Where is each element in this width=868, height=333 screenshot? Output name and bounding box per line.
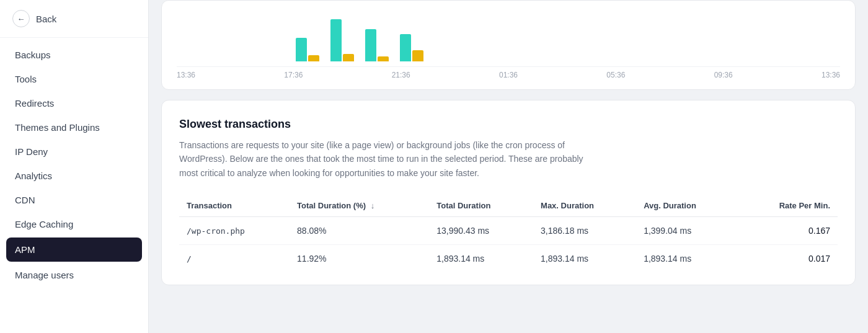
chart-bar-teal-2 bbox=[330, 19, 342, 61]
transactions-card: Slowest transactions Transactions are re… bbox=[161, 100, 856, 285]
chart-time-labels: 13:36 17:36 21:36 01:36 05:36 09:36 13:3… bbox=[177, 66, 840, 79]
back-button[interactable]: ← Back bbox=[0, 0, 148, 38]
cell-rate-1: 0.167 bbox=[738, 217, 838, 245]
col-header-transaction: Transaction bbox=[179, 195, 290, 217]
chart-bar-yellow-3 bbox=[378, 56, 389, 61]
sidebar-item-label: IP Deny bbox=[15, 146, 48, 157]
cell-max-dur-1: 3,186.18 ms bbox=[533, 217, 636, 245]
col-header-rate: Rate Per Min. bbox=[738, 195, 838, 217]
table-row: / 11.92% 1,893.14 ms 1,893.14 ms 1,893.1… bbox=[179, 245, 838, 273]
chart-bar-group-4 bbox=[400, 34, 423, 61]
chart-bar-teal-4 bbox=[400, 34, 411, 61]
sidebar-nav: Backups Tools Redirects Themes and Plugi… bbox=[0, 38, 148, 333]
time-label-2: 17:36 bbox=[284, 71, 303, 79]
table-row: /wp-cron.php 88.08% 13,990.43 ms 3,186.1… bbox=[179, 217, 838, 245]
back-label: Back bbox=[36, 14, 56, 24]
sidebar-item-ip-deny[interactable]: IP Deny bbox=[0, 140, 148, 164]
transactions-table: Transaction Total Duration (%) ↓ Total D… bbox=[179, 195, 838, 272]
cell-avg-dur-2: 1,893.14 ms bbox=[636, 245, 738, 273]
time-label-6: 09:36 bbox=[714, 71, 733, 79]
sidebar: ← Back Backups Tools Redirects Themes an… bbox=[0, 0, 149, 333]
card-description: Transactions are requests to your site (… bbox=[179, 138, 601, 180]
cell-max-dur-2: 1,893.14 ms bbox=[533, 245, 636, 273]
sidebar-item-cdn[interactable]: CDN bbox=[0, 188, 148, 212]
sidebar-item-label: Themes and Plugins bbox=[15, 122, 100, 133]
cell-transaction-2: / bbox=[179, 245, 290, 273]
time-label-7: 13:36 bbox=[822, 71, 840, 79]
time-label-1: 13:36 bbox=[177, 71, 195, 79]
chart-bar-group-3 bbox=[365, 29, 389, 61]
sidebar-item-label: Manage users bbox=[15, 270, 74, 280]
cell-total-pct-2: 11.92% bbox=[290, 245, 429, 273]
chart-bar-teal-3 bbox=[365, 29, 376, 61]
time-label-5: 05:36 bbox=[606, 71, 625, 79]
back-arrow-icon: ← bbox=[12, 10, 30, 27]
cell-transaction-1: /wp-cron.php bbox=[179, 217, 290, 245]
sidebar-item-themes-plugins[interactable]: Themes and Plugins bbox=[0, 115, 148, 140]
time-label-4: 01:36 bbox=[499, 71, 518, 79]
cell-total-dur-1: 13,990.43 ms bbox=[429, 217, 533, 245]
chart-bar-group-2 bbox=[330, 19, 354, 61]
sidebar-item-redirects[interactable]: Redirects bbox=[0, 91, 148, 115]
cell-rate-2: 0.017 bbox=[738, 245, 838, 273]
chart-bar-teal-1 bbox=[296, 38, 307, 61]
card-title: Slowest transactions bbox=[179, 118, 838, 131]
col-header-avg-dur: Avg. Duration bbox=[636, 195, 738, 217]
cell-total-pct-1: 88.08% bbox=[290, 217, 429, 245]
sidebar-item-label: Edge Caching bbox=[15, 219, 73, 229]
sidebar-item-label: Analytics bbox=[15, 171, 52, 181]
sidebar-item-edge-caching[interactable]: Edge Caching bbox=[0, 212, 148, 236]
sidebar-item-label: CDN bbox=[15, 195, 35, 205]
sort-icon: ↓ bbox=[371, 201, 375, 210]
chart-area bbox=[177, 11, 840, 66]
sidebar-item-label: Redirects bbox=[15, 98, 54, 109]
sidebar-item-analytics[interactable]: Analytics bbox=[0, 164, 148, 188]
col-header-total-pct[interactable]: Total Duration (%) ↓ bbox=[290, 195, 429, 217]
col-header-total-dur: Total Duration bbox=[429, 195, 533, 217]
sidebar-item-label: APM bbox=[15, 244, 35, 255]
chart-bar-yellow-2 bbox=[343, 54, 354, 61]
cell-avg-dur-1: 1,399.04 ms bbox=[636, 217, 738, 245]
col-header-max-dur: Max. Duration bbox=[533, 195, 636, 217]
sidebar-item-label: Backups bbox=[15, 50, 51, 60]
time-label-3: 21:36 bbox=[392, 71, 410, 79]
sidebar-item-backups[interactable]: Backups bbox=[0, 43, 148, 67]
sidebar-item-tools[interactable]: Tools bbox=[0, 67, 148, 91]
chart-bar-yellow-4 bbox=[412, 50, 423, 61]
sidebar-item-manage-users[interactable]: Manage users bbox=[0, 263, 148, 287]
main-content: 13:36 17:36 21:36 01:36 05:36 09:36 13:3… bbox=[149, 0, 868, 333]
sidebar-item-label: Tools bbox=[15, 74, 37, 84]
cell-total-dur-2: 1,893.14 ms bbox=[429, 245, 533, 273]
chart-bar-group-1 bbox=[296, 38, 319, 61]
sidebar-item-apm[interactable]: APM bbox=[6, 238, 142, 262]
chart-bar-yellow-1 bbox=[308, 55, 319, 61]
chart-card: 13:36 17:36 21:36 01:36 05:36 09:36 13:3… bbox=[161, 0, 856, 90]
